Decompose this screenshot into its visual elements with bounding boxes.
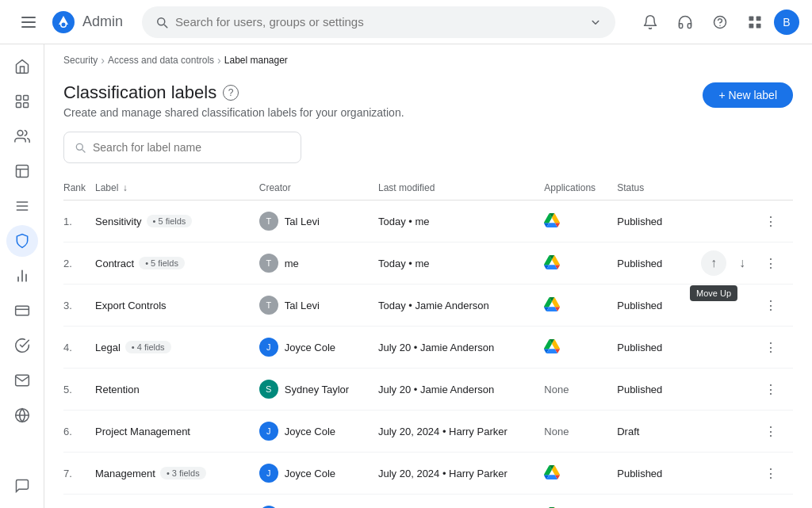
actions-cell: ⋮ (683, 495, 793, 509)
status-cell: Published (617, 369, 683, 411)
sidebar-item-analytics[interactable] (6, 260, 38, 292)
table-row: 8. Project Skylight J Joyce Cole July 20… (63, 495, 793, 509)
svg-rect-10 (16, 103, 21, 108)
sidebar-item-home[interactable] (6, 51, 38, 82)
creator-avatar: T (259, 254, 278, 273)
global-search-input[interactable] (175, 15, 582, 29)
modified-cell: July 20 • Jamie Anderson (378, 327, 544, 369)
more-options-button[interactable]: ⋮ (758, 208, 783, 234)
sidebar-item-billing[interactable] (6, 295, 38, 327)
sidebar-item-dashboard[interactable] (6, 86, 38, 117)
modified-cell: July 20, 2024 • Harry Parker (378, 411, 544, 453)
credit-card-icon (14, 303, 30, 319)
svg-point-12 (17, 131, 23, 136)
status-cell: Published (617, 327, 683, 369)
more-options-button[interactable]: ⋮ (758, 460, 783, 486)
creator-name: me (285, 258, 299, 269)
label-cell: Retention (95, 369, 259, 411)
labels-table-container: Rank Label ↓ Creator Last modified Appli… (44, 176, 812, 508)
actions-cell: ⋮ (683, 369, 793, 411)
page-header: Classification labels ? Create and manag… (44, 70, 812, 119)
sidebar-item-users[interactable] (6, 120, 38, 152)
menu-button[interactable] (13, 6, 44, 38)
table-row: 1. Sensitivity • 5 fields T Tal Levi Tod… (63, 201, 793, 243)
app-logo: Admin (51, 10, 123, 35)
creator-name: Sydney Taylor (285, 384, 349, 395)
col-modified: Last modified (378, 176, 544, 201)
sidebar-item-email[interactable] (6, 365, 38, 396)
help-icon[interactable]: ? (223, 85, 239, 101)
sidebar-item-reports[interactable] (6, 155, 38, 187)
more-options-button[interactable]: ⋮ (758, 376, 783, 402)
table-row: 6. Project Management J Joyce Cole July … (63, 411, 793, 453)
question-icon (712, 14, 728, 30)
help-button[interactable] (704, 6, 736, 38)
apps-button[interactable] (739, 6, 771, 38)
svg-rect-5 (756, 16, 761, 21)
svg-rect-9 (23, 96, 28, 101)
new-label-button[interactable]: + New label (703, 82, 793, 108)
label-name: Export Controls (95, 300, 167, 311)
sidebar-item-compliance[interactable] (6, 330, 38, 361)
move-up-tooltip: Move Up (690, 285, 737, 301)
creator-cell: T me (259, 243, 378, 285)
table-row: 7. Management • 3 fields J Joyce Cole Ju… (63, 453, 793, 495)
svg-rect-8 (16, 96, 21, 101)
creator-cell: T Tal Levi (259, 201, 378, 243)
breadcrumb-security[interactable]: Security (63, 55, 98, 66)
move-up-button[interactable]: ↑ (701, 250, 726, 276)
more-options-button[interactable]: ⋮ (758, 292, 783, 318)
rank-cell: 7. (63, 453, 95, 495)
applications-cell (544, 495, 617, 509)
label-cell: Management • 3 fields (95, 453, 259, 495)
col-creator: Creator (259, 176, 378, 201)
bar-chart-icon (14, 268, 30, 284)
status-cell: Published (617, 453, 683, 495)
more-options-button[interactable]: ⋮ (758, 502, 783, 508)
label-tag: • 3 fields (160, 467, 206, 479)
user-avatar[interactable]: B (774, 10, 799, 35)
creator-cell: J Joyce Cole (259, 327, 378, 369)
status-cell: Draft (617, 411, 683, 453)
col-label[interactable]: Label ↓ (95, 176, 259, 201)
svg-rect-13 (16, 166, 28, 178)
topbar: Admin (0, 0, 812, 44)
applications-cell: None (544, 369, 617, 411)
creator-cell: T Tal Levi (259, 285, 378, 327)
breadcrumb-sep-2: › (217, 54, 221, 67)
label-tag: • 5 fields (147, 215, 193, 227)
sidebar-item-apps[interactable] (6, 190, 38, 222)
modified-cell: Today • me (378, 243, 544, 285)
move-down-button[interactable]: ↓ (730, 250, 755, 276)
label-search[interactable] (63, 132, 301, 163)
hamburger-icon (21, 17, 36, 28)
actions-cell: ⋮ (683, 201, 793, 243)
sidebar-item-globe[interactable] (6, 399, 38, 431)
shield-icon (14, 233, 30, 249)
rank-cell: 4. (63, 327, 95, 369)
grid-icon (747, 14, 763, 30)
more-options-button[interactable]: ⋮ (758, 418, 783, 444)
label-search-input[interactable] (93, 141, 291, 154)
col-rank: Rank (63, 176, 95, 201)
actions-cell: ↑ Move Up ↓ ⋮ (683, 243, 793, 285)
rank-cell: 6. (63, 411, 95, 453)
sidebar (0, 44, 44, 508)
notifications-button[interactable] (634, 6, 666, 38)
col-status: Status (617, 176, 683, 201)
global-search[interactable] (142, 6, 615, 38)
sidebar-item-chat[interactable] (6, 470, 38, 502)
label-cell: Contract • 5 fields (95, 243, 259, 285)
reports-icon (14, 163, 30, 179)
sidebar-item-security[interactable] (6, 225, 38, 257)
more-options-button[interactable]: ⋮ (758, 334, 783, 360)
breadcrumb-access[interactable]: Access and data controls (108, 55, 214, 66)
status-cell: Published (617, 201, 683, 243)
home-icon (14, 59, 30, 74)
more-options-button[interactable]: ⋮ (758, 250, 783, 276)
applications-cell (544, 327, 617, 369)
col-applications: Applications (544, 176, 617, 201)
support-button[interactable] (669, 6, 701, 38)
creator-avatar: J (259, 464, 278, 483)
applications-cell (544, 453, 617, 495)
